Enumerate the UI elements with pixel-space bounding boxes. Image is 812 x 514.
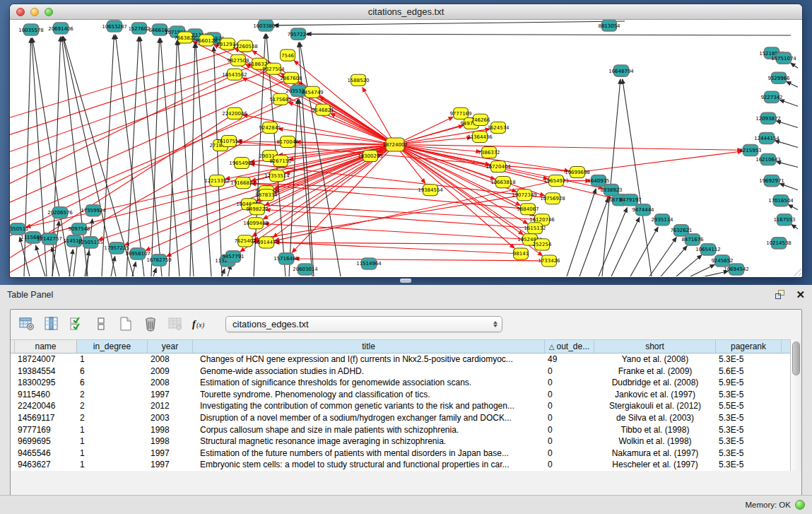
cell-indeg[interactable]: 6	[77, 366, 148, 378]
cell-short[interactable]: Yano et al. (2008)	[594, 354, 716, 366]
column-header-in-degree[interactable]: in_degree	[77, 340, 148, 353]
cell-name[interactable]: 22420046	[15, 400, 77, 412]
cell-pr[interactable]: 5.3E-5	[716, 459, 782, 471]
new-document-button[interactable]	[117, 315, 135, 333]
cell-title[interactable]: Tourette syndrome. Phenomenology and cla…	[193, 389, 545, 401]
float-panel-icon[interactable]	[775, 290, 786, 300]
close-window-button[interactable]	[16, 8, 25, 16]
cell-pr[interactable]: 5.3E-5	[716, 389, 782, 401]
column-header-name[interactable]: name	[15, 340, 77, 353]
cell-title[interactable]: Estimation of the future numbers of pati…	[193, 448, 545, 460]
table-row[interactable]: 911546021997Tourette syndrome. Phenomeno…	[11, 389, 790, 401]
cell-pr[interactable]: 5.5E-5	[716, 400, 782, 412]
cell-title[interactable]: Corpus callosum shape and size in male p…	[193, 424, 545, 436]
cell-title[interactable]: Structural magnetic resonance image aver…	[193, 436, 545, 448]
table-row[interactable]: 2242004622012Investigating the contribut…	[11, 400, 790, 412]
cell-out[interactable]: 0	[545, 436, 594, 448]
cell-indeg[interactable]: 2	[77, 412, 148, 424]
cell-pr[interactable]: 5.3E-5	[716, 436, 782, 448]
cell-out[interactable]: 49	[545, 354, 594, 366]
cell-name[interactable]: 9115460	[15, 389, 77, 401]
cell-name[interactable]: 9699695	[15, 436, 77, 448]
cell-title[interactable]: Disruption of a novel member of a sodium…	[193, 412, 545, 424]
cell-indeg[interactable]: 6	[77, 377, 148, 389]
table-row[interactable]: 946362711997Embryonic stem cells: a mode…	[11, 459, 790, 471]
cell-year[interactable]: 2009	[148, 366, 193, 378]
cell-short[interactable]: de Silva et al. (2003)	[594, 412, 716, 424]
cell-name[interactable]: 19384554	[15, 366, 77, 378]
minimize-window-button[interactable]	[30, 8, 39, 16]
cell-year[interactable]: 1997	[148, 448, 193, 460]
cell-name[interactable]: 18724007	[15, 354, 77, 366]
cell-pr[interactable]: 5.3E-5	[716, 424, 782, 436]
cell-title[interactable]: Changes of HCN gene expression and I(f) …	[193, 354, 545, 366]
cell-title[interactable]: Investigating the contribution of common…	[193, 400, 545, 412]
cell-out[interactable]: 0	[545, 400, 594, 412]
cell-name[interactable]: 18300295	[15, 377, 77, 389]
cell-out[interactable]: 0	[545, 366, 594, 378]
cell-year[interactable]: 2008	[148, 377, 193, 389]
network-window-titlebar[interactable]: citations_edges.txt	[10, 4, 802, 20]
cell-year[interactable]: 1998	[148, 436, 193, 448]
table-row[interactable]: 1938455462009Genome-wide association stu…	[11, 366, 790, 378]
cell-year[interactable]: 1997	[148, 459, 193, 471]
column-header-year[interactable]: year	[148, 340, 193, 353]
cell-indeg[interactable]: 2	[77, 389, 148, 401]
table-row[interactable]: 969969511998Structural magnetic resonanc…	[11, 436, 790, 448]
column-header-title[interactable]: title	[193, 340, 545, 353]
cell-indeg[interactable]: 1	[77, 448, 148, 460]
cell-short[interactable]: Hescheler et al. (1997)	[594, 459, 716, 471]
column-header-pagerank[interactable]: pagerank	[716, 340, 782, 353]
table-row[interactable]: 1872400712008Changes of HCN gene express…	[11, 354, 790, 366]
cell-name[interactable]: 9463627	[15, 459, 77, 471]
cell-short[interactable]: Stergiakouli et al. (2012)	[594, 400, 716, 412]
delete-trash-button[interactable]	[141, 315, 160, 333]
cell-short[interactable]: Wolkin et al. (1998)	[594, 436, 716, 448]
cell-short[interactable]: Nakamura et al. (1997)	[594, 448, 716, 460]
cell-out[interactable]: 0	[545, 377, 594, 389]
cell-year[interactable]: 2008	[148, 354, 193, 366]
cell-short[interactable]: Tibbo et al. (1998)	[594, 424, 716, 436]
column-checks-button[interactable]	[67, 315, 86, 333]
function-fx-button[interactable]: f(x)	[191, 315, 209, 333]
memory-status-indicator[interactable]	[795, 500, 805, 510]
cell-out[interactable]: 0	[545, 389, 594, 401]
row-cells-button[interactable]	[92, 315, 110, 333]
column-header-short[interactable]: short	[594, 340, 716, 353]
cell-short[interactable]: Franke et al. (2009)	[594, 366, 716, 378]
cell-out[interactable]: 0	[545, 448, 594, 460]
cell-name[interactable]: 9777169	[15, 424, 77, 436]
cell-out[interactable]: 0	[545, 412, 594, 424]
cell-indeg[interactable]: 1	[77, 354, 148, 366]
cell-pr[interactable]: 5.9E-5	[716, 377, 782, 389]
cell-name[interactable]: 9465546	[15, 448, 77, 460]
cell-out[interactable]: 0	[545, 424, 594, 436]
cell-short[interactable]: Dudbridge et al. (2008)	[594, 377, 716, 389]
cell-out[interactable]: 0	[545, 459, 594, 471]
table-row[interactable]: 1456911722003Disruption of a novel membe…	[11, 412, 790, 424]
cell-indeg[interactable]: 1	[77, 424, 148, 436]
import-table-disabled-button[interactable]	[166, 315, 184, 333]
column-header-out-de-[interactable]: △out_de...	[545, 340, 594, 353]
cell-year[interactable]: 1998	[148, 424, 193, 436]
zoom-window-button[interactable]	[45, 8, 53, 16]
network-canvas[interactable]: 1872400716035578206914061065328715276026…	[10, 20, 802, 276]
cell-year[interactable]: 2012	[148, 400, 193, 412]
cell-pr[interactable]: 5.3E-5	[716, 354, 782, 366]
table-selector-dropdown[interactable]: citations_edges.txt	[225, 316, 502, 332]
table-scrollbar-thumb[interactable]	[792, 341, 800, 375]
table-column-button[interactable]	[42, 315, 61, 333]
cell-year[interactable]: 2003	[148, 412, 193, 424]
cell-indeg[interactable]: 2	[77, 400, 148, 412]
table-settings-button[interactable]	[18, 315, 36, 333]
cell-pr[interactable]: 5.3E-5	[716, 412, 782, 424]
table-scrollbar[interactable]	[790, 339, 801, 471]
table-row[interactable]: 977716911998Corpus callosum shape and si…	[11, 424, 790, 436]
cell-indeg[interactable]: 1	[77, 436, 148, 448]
cell-title[interactable]: Estimation of significance thresholds fo…	[193, 377, 545, 389]
cell-title[interactable]: Genome-wide association studies in ADHD.	[193, 366, 545, 378]
cell-title[interactable]: Embryonic stem cells: a model to study s…	[193, 459, 545, 471]
cell-name[interactable]: 14569117	[15, 412, 77, 424]
table-row[interactable]: 946554611997Estimation of the future num…	[11, 448, 790, 460]
close-panel-icon[interactable]: ✕	[796, 290, 805, 300]
